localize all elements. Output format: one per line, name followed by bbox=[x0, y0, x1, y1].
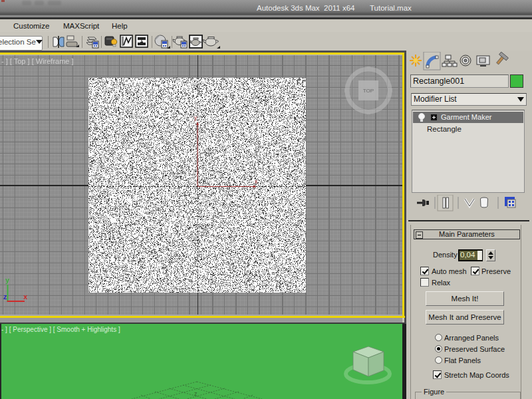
svg-text:x: x bbox=[23, 293, 28, 301]
svg-text:TOP: TOP bbox=[363, 88, 374, 94]
svg-text:x: x bbox=[255, 178, 258, 185]
svg-text:y: y bbox=[5, 276, 10, 284]
svg-text:z: z bbox=[3, 293, 7, 301]
svg-text:y: y bbox=[194, 114, 198, 121]
svg-text:z: z bbox=[194, 390, 198, 397]
